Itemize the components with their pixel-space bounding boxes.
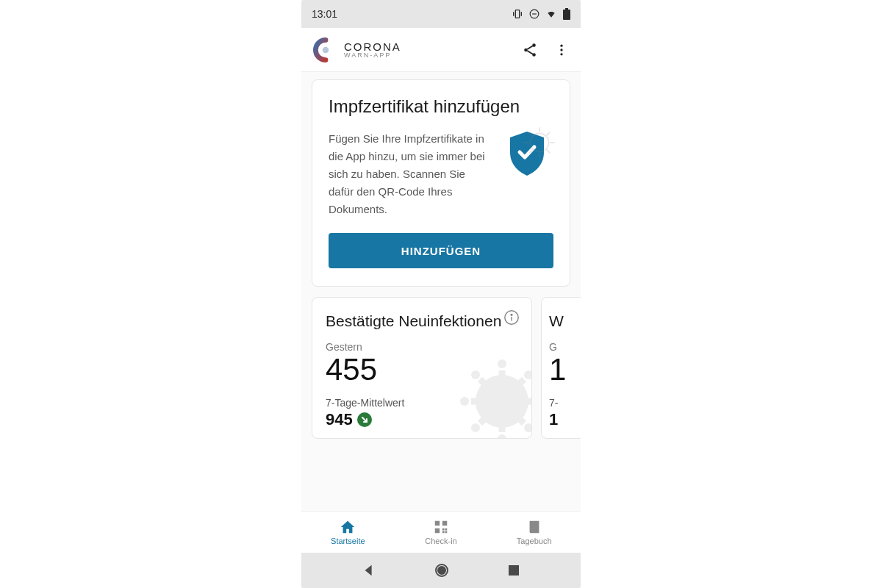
svg-point-31 xyxy=(438,567,445,574)
nav-home[interactable]: Startseite xyxy=(301,512,395,553)
battery-icon xyxy=(563,8,570,20)
sys-home-icon[interactable] xyxy=(434,563,449,578)
svg-rect-27 xyxy=(445,531,448,534)
stat-value-partial: 1 xyxy=(549,353,571,387)
dnd-icon xyxy=(529,9,539,19)
svg-rect-24 xyxy=(442,521,447,526)
home-icon xyxy=(339,519,356,535)
nav-home-label: Startseite xyxy=(331,537,365,545)
svg-point-11 xyxy=(531,134,549,152)
stat-sublabel-partial: 7- xyxy=(549,397,571,409)
stat-label: Gestern xyxy=(326,341,518,353)
app-subtitle: WARN-APP xyxy=(344,52,401,59)
trend-down-icon xyxy=(357,412,372,427)
wifi-icon xyxy=(545,9,557,19)
virus-deco-icon xyxy=(458,357,532,439)
stat-label-partial: G xyxy=(549,341,571,353)
svg-point-20 xyxy=(471,423,480,432)
nav-diary[interactable]: Tagebuch xyxy=(487,512,581,553)
svg-rect-26 xyxy=(442,528,445,531)
stat-card-next[interactable]: W G 1 7- 1 xyxy=(541,297,581,439)
system-nav xyxy=(301,553,581,588)
svg-rect-23 xyxy=(435,521,440,526)
share-icon[interactable] xyxy=(522,42,538,58)
svg-rect-32 xyxy=(509,565,519,576)
svg-point-9 xyxy=(560,49,562,51)
stats-row[interactable]: Bestätigte Neuinfektionen Gestern 455 7-… xyxy=(312,297,570,439)
stat-subvalue-number: 945 xyxy=(326,410,353,429)
status-bar: 13:01 xyxy=(301,0,581,28)
info-icon[interactable] xyxy=(503,309,520,329)
svg-rect-2 xyxy=(563,10,570,20)
svg-point-18 xyxy=(524,423,532,432)
svg-point-8 xyxy=(560,44,562,46)
shield-graphic xyxy=(501,130,553,218)
svg-rect-3 xyxy=(565,8,568,10)
status-icons xyxy=(512,8,570,20)
svg-rect-29 xyxy=(445,528,448,531)
svg-point-17 xyxy=(471,370,480,379)
svg-rect-28 xyxy=(442,531,445,534)
virus-bg-icon xyxy=(521,124,558,161)
card-title: Impfzertifikat hinzufügen xyxy=(329,96,553,117)
svg-rect-0 xyxy=(515,10,519,18)
svg-point-13 xyxy=(498,359,506,368)
svg-point-15 xyxy=(460,397,469,406)
card-description: Fügen Sie Ihre Impfzertifikate in die Ap… xyxy=(329,130,489,218)
phone-frame: 13:01 CORONA WARN-APP Impfzertifik xyxy=(301,0,581,588)
app-bar: CORONA WARN-APP xyxy=(301,28,581,72)
sys-back-icon[interactable] xyxy=(362,564,376,577)
add-certificate-card: Impfzertifikat hinzufügen Fügen Sie Ihre… xyxy=(312,79,570,287)
add-certificate-button[interactable]: HINZUFÜGEN xyxy=(329,233,553,268)
nav-checkin[interactable]: Check-in xyxy=(395,512,488,553)
stat-card-infections[interactable]: Bestätigte Neuinfektionen Gestern 455 7-… xyxy=(312,297,532,439)
more-icon[interactable] xyxy=(554,43,569,57)
app-title: CORONA xyxy=(344,41,401,52)
stat-title-partial: W xyxy=(549,311,571,331)
svg-point-19 xyxy=(524,370,532,379)
nav-checkin-label: Check-in xyxy=(425,537,456,545)
qr-icon xyxy=(433,519,449,535)
app-logo-icon xyxy=(313,37,338,62)
svg-point-10 xyxy=(560,53,562,55)
main-content[interactable]: Impfzertifikat hinzufügen Fügen Sie Ihre… xyxy=(301,72,581,511)
nav-diary-label: Tagebuch xyxy=(517,537,552,545)
stat-title: Bestätigte Neuinfektionen xyxy=(326,311,518,331)
svg-point-22 xyxy=(511,314,512,315)
bottom-nav: Startseite Check-in Tagebuch xyxy=(301,511,581,553)
sys-recent-icon[interactable] xyxy=(508,564,520,576)
app-logo-block: CORONA WARN-APP xyxy=(313,37,522,62)
svg-point-4 xyxy=(323,46,329,53)
book-icon xyxy=(526,519,542,535)
svg-point-14 xyxy=(498,434,506,439)
svg-rect-25 xyxy=(435,528,440,533)
vibrate-icon xyxy=(512,8,523,20)
stat-subvalue-partial: 1 xyxy=(549,410,571,429)
status-time: 13:01 xyxy=(312,8,337,20)
